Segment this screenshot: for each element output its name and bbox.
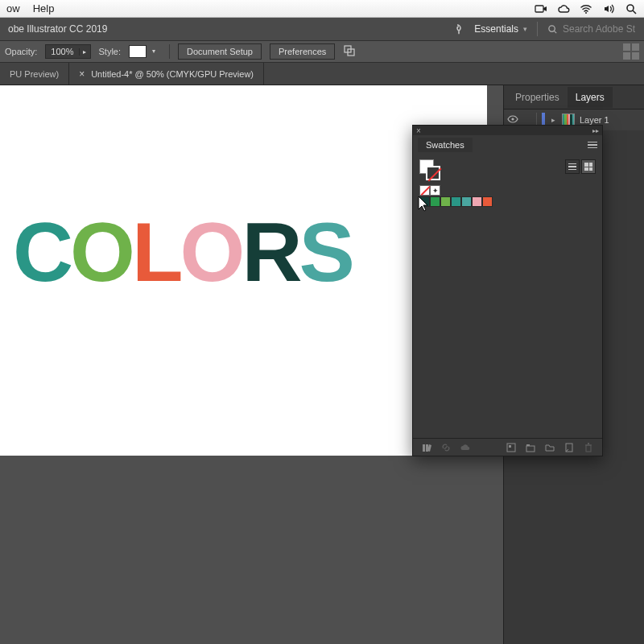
swatch-options-icon[interactable] xyxy=(506,442,517,453)
spotlight-icon[interactable] xyxy=(625,2,638,15)
close-icon[interactable]: × xyxy=(79,68,85,80)
workspace-label: Essentials xyxy=(474,23,518,35)
tab-doc-2[interactable]: × Untitled-4* @ 50% (CMYK/GPU Preview) xyxy=(69,63,264,85)
swatch-cell[interactable] xyxy=(419,196,430,207)
swatch-cell[interactable] xyxy=(482,196,493,207)
swatch-cell[interactable] xyxy=(430,196,440,207)
swatch-cell[interactable] xyxy=(440,196,451,207)
menu-item-window[interactable]: ow xyxy=(6,2,20,14)
chevron-right-icon: ▸ xyxy=(79,48,90,56)
menu-item-help[interactable]: Help xyxy=(33,2,55,14)
chevron-down-icon: ▾ xyxy=(523,25,527,33)
letter-C: C xyxy=(13,204,70,300)
list-view-button[interactable] xyxy=(565,159,580,174)
tab-layers[interactable]: Layers xyxy=(568,87,613,108)
svg-point-1 xyxy=(585,12,587,14)
control-bar: Opacity: 100% ▸ Style: ▾ Document Setup … xyxy=(0,40,644,63)
disclosure-icon[interactable]: ▸ xyxy=(550,116,557,124)
svg-point-10 xyxy=(511,118,514,120)
stroke-box[interactable] xyxy=(426,166,440,180)
cloud-icon xyxy=(460,442,471,453)
tab-properties[interactable]: Properties xyxy=(507,87,568,108)
swatch-cell[interactable] xyxy=(451,196,461,207)
swatch-cell[interactable] xyxy=(461,196,472,207)
preferences-button[interactable]: Preferences xyxy=(270,43,335,60)
volume-icon[interactable] xyxy=(602,2,615,15)
app-titlebar: obe Illustrator CC 2019 Essentials ▾ Sea… xyxy=(0,18,644,40)
svg-rect-18 xyxy=(586,445,591,452)
workspace-switcher[interactable]: Essentials ▾ xyxy=(474,23,527,35)
align-icon[interactable] xyxy=(343,44,356,59)
hint-icon[interactable] xyxy=(453,23,464,35)
panel-tabs: Properties Layers xyxy=(504,85,644,109)
letter-L: L xyxy=(132,204,180,300)
library-icon[interactable] xyxy=(421,442,432,453)
layer-name: Layer 1 xyxy=(580,115,609,125)
opacity-label: Opacity: xyxy=(5,47,37,56)
svg-rect-14 xyxy=(509,445,511,448)
screenrec-icon[interactable] xyxy=(535,2,547,15)
new-colorgroup-icon[interactable] xyxy=(525,442,536,453)
swatches-body: ✦ xyxy=(413,155,602,438)
svg-rect-0 xyxy=(535,6,543,12)
mac-menubar: ow Help xyxy=(0,0,644,18)
svg-line-3 xyxy=(633,10,636,14)
search-placeholder: Search Adobe St xyxy=(563,23,635,35)
letter-O: O xyxy=(70,204,132,300)
grid-view-button[interactable] xyxy=(581,159,596,174)
tab-doc-1[interactable]: PU Preview) xyxy=(0,63,69,85)
opacity-field[interactable]: 100% ▸ xyxy=(45,44,90,59)
swatches-tab[interactable]: Swatches xyxy=(418,138,473,152)
panel-menu-icon[interactable] xyxy=(588,142,597,149)
letter-R: R xyxy=(242,204,299,300)
link-icon xyxy=(440,442,452,453)
colors-text: COLORS xyxy=(13,204,352,300)
new-folder-icon[interactable] xyxy=(544,442,555,453)
wifi-icon[interactable] xyxy=(580,2,592,15)
registration-swatch[interactable]: ✦ xyxy=(430,185,440,196)
creativecloud-icon[interactable] xyxy=(557,2,570,15)
document-tabs: PU Preview) × Untitled-4* @ 50% (CMYK/GP… xyxy=(0,63,644,85)
svg-point-6 xyxy=(549,25,555,31)
collapse-icon[interactable]: ▸▸ xyxy=(592,127,599,134)
svg-line-7 xyxy=(554,31,556,33)
svg-point-2 xyxy=(627,5,634,11)
panel-grip[interactable]: × ▸▸ xyxy=(413,126,602,135)
document-setup-button[interactable]: Document Setup xyxy=(178,43,262,60)
none-swatch[interactable] xyxy=(419,185,430,196)
svg-rect-15 xyxy=(526,446,535,452)
svg-rect-16 xyxy=(526,444,530,446)
swatches-footer xyxy=(413,438,602,456)
close-icon[interactable]: × xyxy=(416,126,421,135)
opacity-value: 100% xyxy=(46,47,78,56)
swatches-panel[interactable]: × ▸▸ Swatches ✦ xyxy=(412,125,603,456)
new-swatch-icon[interactable] xyxy=(564,442,575,453)
letter-S: S xyxy=(299,204,352,300)
trash-icon[interactable] xyxy=(583,442,594,453)
style-swatch[interactable]: ▾ xyxy=(129,45,147,58)
style-label: Style: xyxy=(99,47,122,56)
fill-stroke-indicator[interactable] xyxy=(419,159,440,180)
letter-O: O xyxy=(180,204,242,300)
swatch-grid xyxy=(419,196,524,207)
swatch-cell[interactable] xyxy=(472,196,482,207)
svg-rect-11 xyxy=(423,444,425,452)
search-stock[interactable]: Search Adobe St xyxy=(547,23,636,35)
panel-grid-icon[interactable] xyxy=(623,43,639,60)
app-title: obe Illustrator CC 2019 xyxy=(8,23,107,35)
